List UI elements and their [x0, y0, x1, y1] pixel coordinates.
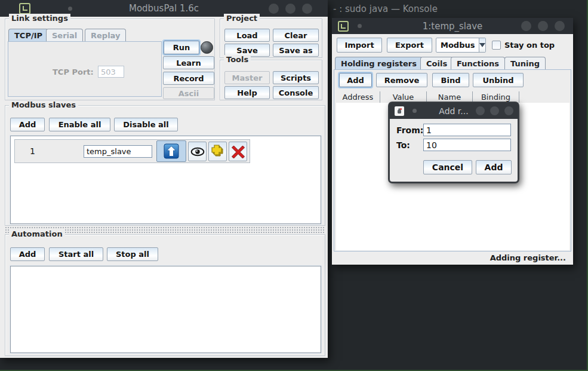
tab-functions[interactable]: Functions [451, 57, 505, 70]
stay-on-top-label: Stay on top [504, 41, 555, 50]
learn-button[interactable]: Learn [163, 56, 214, 69]
konsole-window-title: - : sudo java — Konsole [333, 4, 438, 14]
project-group: Project Load Clear Save Save as [220, 19, 322, 58]
from-input[interactable] [423, 124, 511, 136]
modbus-slaves-group: Modbus slaves Add Enable all Disable all… [5, 105, 325, 226]
minimize-button[interactable] [269, 4, 279, 14]
slave-name-input[interactable] [84, 145, 152, 158]
stop-all-button[interactable]: Stop all [107, 247, 158, 261]
tcpip-panel: TCP Port: [8, 41, 162, 97]
help-button[interactable]: Help [224, 86, 270, 99]
register-add-button[interactable]: Add [339, 73, 372, 87]
to-label: To: [396, 140, 410, 150]
disable-all-button[interactable]: Disable all [114, 118, 178, 131]
temp-slave-titlebar[interactable]: 1:temp_slave [332, 18, 573, 34]
implementation-combo[interactable]: Modbus [436, 38, 486, 53]
status-message: Adding register... [490, 253, 566, 262]
column-header-address[interactable]: Address [336, 91, 380, 103]
from-label: From: [396, 125, 423, 135]
to-input[interactable] [423, 139, 511, 151]
automation-group: Automation Add Start all Stop all [5, 234, 325, 356]
up-arrow-icon [164, 143, 179, 159]
tools-group: Tools Master Scripts Help Console [220, 60, 322, 100]
eye-icon [190, 147, 205, 157]
export-button[interactable]: Export [387, 38, 432, 53]
plus-icon [211, 145, 225, 159]
maximize-button[interactable] [538, 21, 548, 31]
close-button[interactable] [302, 4, 312, 14]
close-button[interactable] [504, 106, 513, 115]
duplicate-slave-button[interactable] [208, 142, 227, 161]
register-unbind-button[interactable]: Unbind [473, 73, 524, 87]
maximize-button[interactable] [490, 106, 499, 115]
slave-row[interactable]: 1 [14, 139, 250, 163]
load-button[interactable]: Load [224, 29, 270, 42]
dialog-add-button[interactable]: Add [476, 160, 512, 174]
automation-add-button[interactable]: Add [10, 247, 45, 261]
clear-button[interactable]: Clear [273, 29, 319, 42]
dialog-cancel-button[interactable]: Cancel [423, 160, 472, 174]
combo-arrow-icon [479, 43, 485, 47]
close-button[interactable] [555, 21, 565, 31]
run-button[interactable]: Run [164, 41, 199, 54]
tab-holding-registers[interactable]: Holding registers [335, 57, 423, 70]
master-button[interactable]: Master [224, 71, 270, 84]
tab-serial[interactable]: Serial [46, 29, 83, 42]
enable-all-button[interactable]: Enable all [49, 118, 110, 131]
link-settings-title: Link settings [9, 14, 70, 23]
show-slave-button[interactable] [188, 142, 207, 161]
automation-title: Automation [9, 229, 65, 239]
ascii-button[interactable]: Ascii [163, 87, 214, 99]
tab-coils[interactable]: Coils [420, 57, 453, 70]
tcp-port-label: TCP Port: [53, 68, 94, 76]
register-remove-button[interactable]: Remove [376, 73, 427, 87]
combo-dropdown-button[interactable] [479, 38, 485, 52]
slave-add-button[interactable]: Add [10, 118, 45, 131]
record-button[interactable]: Record [163, 72, 214, 85]
scripts-button[interactable]: Scripts [273, 71, 319, 84]
slave-id-label: 1 [30, 146, 35, 156]
stay-on-top-checkbox[interactable] [492, 41, 501, 50]
dialog-titlebar[interactable]: Add r... [389, 103, 518, 119]
modbus-slaves-title: Modbus slaves [9, 100, 78, 110]
tcp-port-input[interactable] [98, 66, 124, 78]
register-bind-button[interactable]: Bind [432, 73, 469, 87]
automation-list[interactable] [10, 266, 321, 353]
start-all-button[interactable]: Start all [49, 247, 103, 261]
console-button[interactable]: Console [273, 86, 319, 99]
tools-title: Tools [224, 55, 251, 65]
run-status-led [201, 41, 213, 54]
column-header-empty[interactable] [519, 91, 569, 103]
tab-replay[interactable]: Replay [85, 29, 126, 42]
modbuspal-window: ModbusPal 1.6c Link settings TCP/IP Seri… [0, 0, 328, 358]
project-title: Project [224, 14, 260, 23]
save-as-button[interactable]: Save as [273, 44, 319, 57]
minimize-button[interactable] [476, 106, 485, 115]
maximize-button[interactable] [285, 4, 295, 14]
link-settings-group: Link settings TCP/IP Serial Replay TCP P… [5, 19, 215, 100]
add-register-dialog: Add r... From: To: Cancel Add [388, 102, 519, 183]
tab-tcpip[interactable]: TCP/IP [8, 29, 48, 42]
import-button[interactable]: Import [337, 38, 382, 53]
tab-tuning[interactable]: Tuning [504, 57, 546, 70]
delete-slave-button[interactable] [229, 142, 247, 161]
combo-selected-value: Modbus [436, 38, 479, 52]
slave-enable-toggle-button[interactable] [156, 140, 186, 162]
minimize-button[interactable] [521, 21, 531, 31]
x-icon [231, 145, 245, 159]
slave-list[interactable]: 1 [10, 136, 321, 224]
